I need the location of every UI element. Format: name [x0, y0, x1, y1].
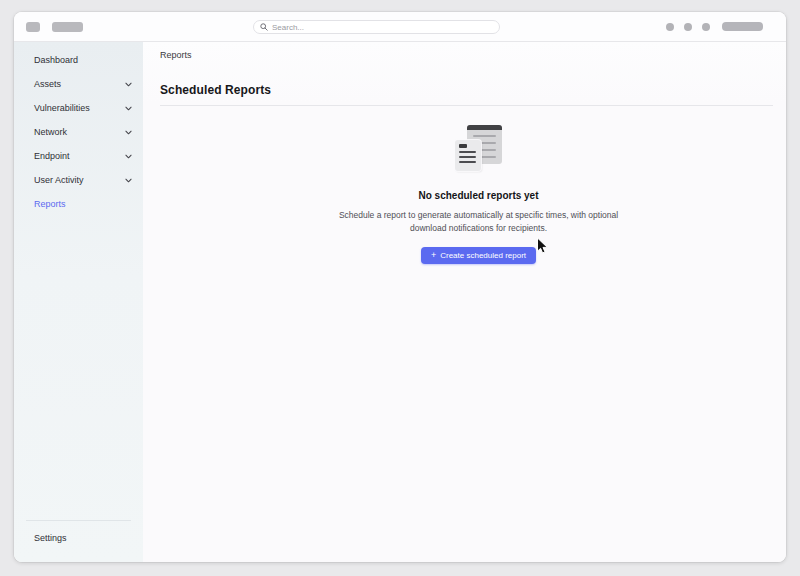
sidebar-divider: [26, 520, 131, 521]
create-scheduled-report-button[interactable]: + Create scheduled report: [421, 247, 536, 264]
sidebar-item-label: Assets: [34, 79, 61, 89]
sidebar-item-label: Endpoint: [34, 151, 70, 161]
sidebar-item-label: Dashboard: [34, 55, 78, 65]
sidebar-item-reports[interactable]: Reports: [14, 192, 143, 216]
topbar: [14, 12, 786, 42]
title-divider: [160, 105, 773, 106]
page-title: Scheduled Reports: [160, 83, 773, 97]
create-button-label: Create scheduled report: [440, 251, 526, 260]
sidebar-item-label: Settings: [34, 533, 67, 543]
sidebar-item-label: User Activity: [34, 175, 84, 185]
topbar-icon-placeholder-2[interactable]: [684, 23, 692, 31]
documents-icon: [455, 125, 502, 171]
topbar-icon-placeholder-1[interactable]: [666, 23, 674, 31]
sidebar-item-settings[interactable]: Settings: [14, 526, 143, 550]
sidebar-item-label: Network: [34, 127, 67, 137]
document-front-icon: [455, 140, 481, 171]
topbar-icon-placeholder-3[interactable]: [702, 23, 710, 31]
sidebar-item-network[interactable]: Network: [14, 120, 143, 144]
search-icon: [260, 23, 268, 31]
main-content: Reports Scheduled Reports: [143, 42, 786, 562]
chevron-down-icon: [125, 130, 132, 135]
sidebar-footer: Settings: [14, 520, 143, 562]
empty-state-title: No scheduled reports yet: [418, 190, 538, 201]
logo-placeholder: [26, 22, 40, 32]
sidebar-item-user-activity[interactable]: User Activity: [14, 168, 143, 192]
sidebar-item-label: Reports: [34, 199, 66, 209]
empty-state-description: Schedule a report to generate automatica…: [323, 209, 635, 235]
chevron-down-icon: [125, 82, 132, 87]
search-box[interactable]: [253, 20, 500, 34]
plus-icon: +: [431, 251, 436, 260]
user-avatar-placeholder[interactable]: [722, 22, 763, 31]
search-input[interactable]: [272, 23, 493, 32]
chevron-down-icon: [125, 178, 132, 183]
sidebar-item-assets[interactable]: Assets: [14, 72, 143, 96]
chevron-down-icon: [125, 154, 132, 159]
brand-placeholder: [52, 22, 83, 32]
sidebar: Dashboard Assets Vulnerabilities Network: [14, 42, 143, 562]
topbar-actions: [666, 22, 763, 31]
sidebar-item-label: Vulnerabilities: [34, 103, 90, 113]
sidebar-item-endpoint[interactable]: Endpoint: [14, 144, 143, 168]
empty-state: No scheduled reports yet Schedule a repo…: [172, 125, 785, 264]
breadcrumb[interactable]: Reports: [160, 50, 773, 60]
app-window: Dashboard Assets Vulnerabilities Network: [14, 12, 786, 562]
app-body: Dashboard Assets Vulnerabilities Network: [14, 42, 786, 562]
chevron-down-icon: [125, 106, 132, 111]
sidebar-item-vulnerabilities[interactable]: Vulnerabilities: [14, 96, 143, 120]
sidebar-item-dashboard[interactable]: Dashboard: [14, 48, 143, 72]
